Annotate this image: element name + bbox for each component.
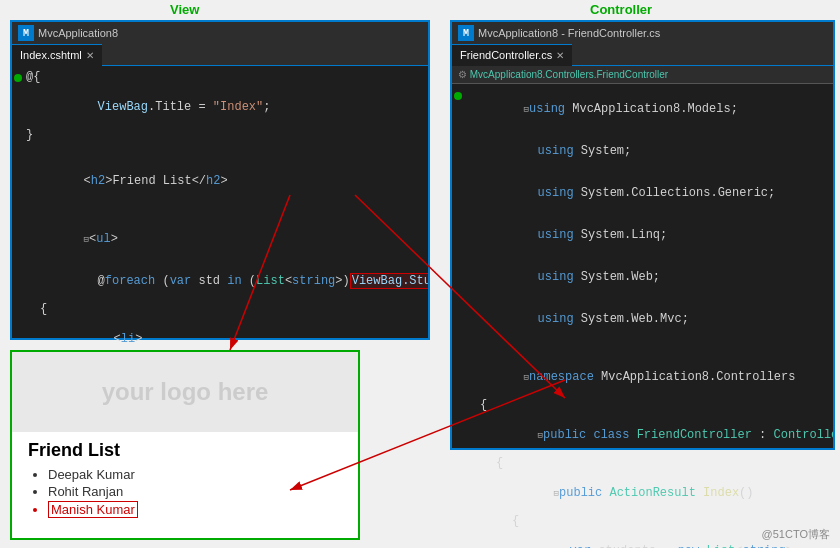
controller-panel: M MvcApplication8 - FriendController.cs … xyxy=(450,20,835,450)
controller-title: MvcApplication8 - FriendController.cs xyxy=(478,27,660,39)
vs-icon-view: M xyxy=(18,25,34,41)
vs-icon-controller: M xyxy=(458,25,474,41)
code-line-foreach: @foreach (var std in (List<string>)ViewB… xyxy=(12,260,428,302)
view-panel: M MvcApplication8 Index.cshtml ✕ @{ View… xyxy=(10,20,430,340)
ctrl-method: ⊟public ActionResult Index() xyxy=(452,472,833,514)
ctrl-namespace: ⊟namespace MvcApplication8.Controllers xyxy=(452,356,833,398)
logo-area: your logo here xyxy=(12,352,358,432)
friend-list-items: Deepak Kumar Rohit Ranjan Manish Kumar xyxy=(28,467,342,518)
ctrl-blank1 xyxy=(452,340,833,356)
ctrl-line-using2: using System; xyxy=(452,130,833,172)
code-line-2: ViewBag.Title = "Index"; xyxy=(12,86,428,128)
ctrl-class-open: { xyxy=(452,456,833,472)
code-line-blank1 xyxy=(12,144,428,160)
browser-preview: your logo here Friend List Deepak Kumar … xyxy=(10,350,360,540)
logo-placeholder-text: your logo here xyxy=(102,378,269,406)
view-tab-bar: Index.cshtml ✕ xyxy=(12,44,428,66)
friend-list-title: Friend List xyxy=(28,440,342,461)
controller-titlebar: M MvcApplication8 - FriendController.cs xyxy=(452,22,833,44)
ctrl-line-using5: using System.Web; xyxy=(452,256,833,298)
ctrl-line-using6: using System.Web.Mvc; xyxy=(452,298,833,340)
view-titlebar: M MvcApplication8 xyxy=(12,22,428,44)
code-line-1: @{ xyxy=(12,70,428,86)
view-title: MvcApplication8 xyxy=(38,27,118,39)
tab-friend-controller[interactable]: FriendController.cs ✕ xyxy=(452,44,572,66)
ctrl-ns-open: { xyxy=(452,398,833,414)
ctrl-class: ⊟public class FriendController : Control… xyxy=(452,414,833,456)
ctrl-line-using4: using System.Linq; xyxy=(452,214,833,256)
tab-index-cshtml[interactable]: Index.cshtml ✕ xyxy=(12,44,102,66)
view-label: View xyxy=(170,2,199,17)
code-line-3: } xyxy=(12,128,428,144)
ctrl-line-using1: ⊟using MvcApplication8.Models; xyxy=(452,88,833,130)
friend-item-1: Deepak Kumar xyxy=(48,467,342,482)
controller-label: Controller xyxy=(590,2,652,17)
tab-close-icon[interactable]: ✕ xyxy=(86,50,94,61)
code-line-open-brace: { xyxy=(12,302,428,318)
controller-tab-bar: FriendController.cs ✕ xyxy=(452,44,833,66)
code-line-h2: <h2>Friend List</h2> xyxy=(12,160,428,202)
tab-close-controller-icon[interactable]: ✕ xyxy=(556,50,564,61)
watermark: @51CTO博客 xyxy=(762,527,830,542)
controller-code-area: ⊟using MvcApplication8.Models; using Sys… xyxy=(452,84,833,548)
controller-breadcrumb: ⚙ MvcApplication8.Controllers.FriendCont… xyxy=(452,66,833,84)
ctrl-line-using3: using System.Collections.Generic; xyxy=(452,172,833,214)
code-line-ul: ⊟<ul> xyxy=(12,218,428,260)
friend-list-section: Friend List Deepak Kumar Rohit Ranjan Ma… xyxy=(12,432,358,528)
friend-item-3: Manish Kumar xyxy=(48,501,342,518)
code-line-blank2 xyxy=(12,202,428,218)
friend-item-2: Rohit Ranjan xyxy=(48,484,342,499)
